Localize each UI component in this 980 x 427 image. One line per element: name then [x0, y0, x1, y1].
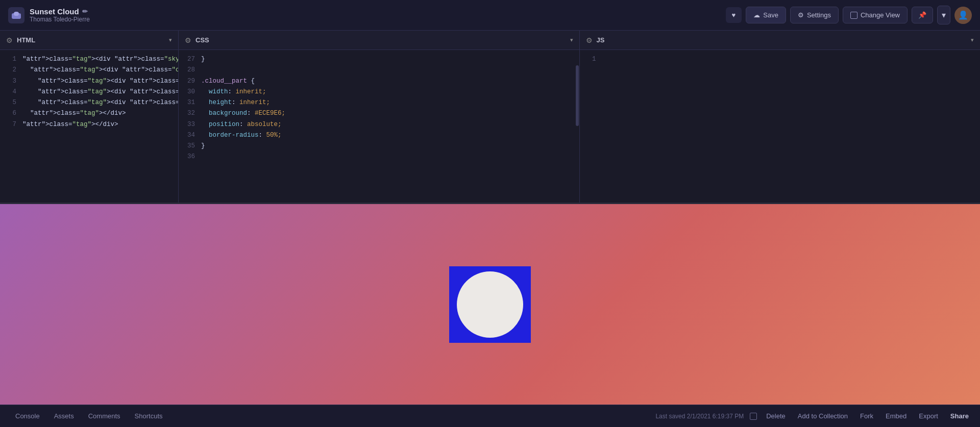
css-gear-icon[interactable]: ⚙	[185, 36, 191, 44]
edit-icon[interactable]: ✏	[82, 8, 88, 15]
css-header: ⚙ CSS ▾	[179, 31, 579, 50]
brand-name: Sunset Cloud ✏	[30, 7, 90, 16]
bottom-right: Last saved 2/1/2021 6:19:37 PM Delete Ad…	[655, 410, 972, 422]
js-panel: ⚙ JS ▾ 1	[580, 31, 981, 203]
pin-icon: 📌	[918, 11, 926, 19]
css-scrollbar[interactable]	[575, 50, 579, 203]
js-dropdown[interactable]: ▾	[971, 37, 974, 43]
bottom-tab-assets[interactable]: Assets	[47, 409, 81, 423]
preview-box	[449, 266, 531, 343]
export-button[interactable]: Export	[916, 410, 941, 422]
html-line: 3 "attr">class="tag"><div "attr">class="…	[0, 76, 178, 87]
html-line: 2 "attr">class="tag"><div "attr">class="…	[0, 65, 178, 76]
css-line: 36	[179, 152, 579, 162]
change-view-button[interactable]: Change View	[843, 7, 908, 23]
html-title: HTML	[17, 36, 169, 44]
pin-button[interactable]: 📌	[912, 7, 933, 23]
css-line: 35}	[179, 141, 579, 152]
html-line: 5 "attr">class="tag"><div "attr">class="…	[0, 97, 178, 108]
dropdown-button[interactable]: ▾	[937, 6, 950, 24]
js-title: JS	[597, 36, 971, 44]
css-line: 30 width: inherit;	[179, 87, 579, 97]
editors: ⚙ HTML ▾ 1"attr">class="tag"><div "attr"…	[0, 31, 980, 204]
html-header: ⚙ HTML ▾	[0, 31, 178, 50]
css-line: 29.cloud__part {	[179, 76, 579, 87]
bottom-tabs: ConsoleAssetsCommentsShortcuts	[8, 409, 170, 423]
html-panel: ⚙ HTML ▾ 1"attr">class="tag"><div "attr"…	[0, 31, 179, 203]
layout-icon	[850, 12, 857, 19]
js-header: ⚙ JS ▾	[580, 31, 981, 50]
css-panel: ⚙ CSS ▾ 27}28 29.cloud__part {30 width: …	[179, 31, 580, 203]
last-saved: Last saved 2/1/2021 6:19:37 PM	[655, 413, 744, 420]
css-editor-body[interactable]: 27}28 29.cloud__part {30 width: inherit;…	[179, 50, 579, 203]
bottom-tab-comments[interactable]: Comments	[81, 409, 128, 423]
heart-button[interactable]: ♥	[726, 7, 742, 23]
bottom-tab-shortcuts[interactable]: Shortcuts	[128, 409, 170, 423]
css-line: 33 position: absolute;	[179, 119, 579, 130]
js-gear-icon[interactable]: ⚙	[586, 36, 593, 44]
css-line: 28	[179, 65, 579, 76]
html-line: 7"attr">class="tag"></div>	[0, 119, 178, 130]
html-editor-body[interactable]: 1"attr">class="tag"><div "attr">class="s…	[0, 50, 178, 203]
brand-user: Thomas Toledo-Pierre	[30, 16, 90, 23]
brand-logo	[8, 7, 24, 23]
svg-rect-1	[14, 12, 19, 16]
add-to-collection-button[interactable]: Add to Collection	[795, 410, 851, 422]
js-editor-body[interactable]: 1	[580, 50, 981, 203]
cloud-icon: ☁	[753, 11, 760, 19]
heart-icon: ♥	[732, 11, 736, 19]
css-dropdown[interactable]: ▾	[570, 37, 573, 43]
expand-icon[interactable]	[750, 413, 757, 420]
preview-area	[0, 204, 980, 405]
topbar: Sunset Cloud ✏ Thomas Toledo-Pierre ♥ ☁ …	[0, 0, 980, 31]
bottom-tab-console[interactable]: Console	[8, 409, 47, 423]
fork-button[interactable]: Fork	[857, 410, 876, 422]
topbar-actions: ♥ ☁ Save ⚙ Settings Change View 📌 ▾ 👤	[726, 6, 972, 24]
save-button[interactable]: ☁ Save	[746, 7, 786, 23]
brand: Sunset Cloud ✏ Thomas Toledo-Pierre	[8, 7, 90, 23]
css-line: 32 background: #ECE9E6;	[179, 108, 579, 119]
settings-button[interactable]: ⚙ Settings	[790, 7, 839, 23]
delete-button[interactable]: Delete	[763, 410, 789, 422]
avatar: 👤	[954, 7, 972, 24]
gear-icon-settings: ⚙	[798, 11, 804, 19]
brand-text: Sunset Cloud ✏ Thomas Toledo-Pierre	[30, 7, 90, 23]
css-line: 27}	[179, 54, 579, 65]
embed-button[interactable]: Embed	[883, 410, 910, 422]
preview-circle	[457, 271, 523, 338]
html-dropdown[interactable]: ▾	[169, 37, 172, 43]
html-line: 1"attr">class="tag"><div "attr">class="s…	[0, 54, 178, 65]
share-button[interactable]: Share	[947, 410, 972, 422]
html-gear-icon[interactable]: ⚙	[6, 36, 13, 44]
bottombar: ConsoleAssetsCommentsShortcuts Last save…	[0, 405, 980, 427]
css-line: 31 height: inherit;	[179, 97, 579, 108]
html-line: 4 "attr">class="tag"><div "attr">class="…	[0, 87, 178, 97]
css-line: 34 border-radius: 50%;	[179, 130, 579, 141]
css-title: CSS	[195, 36, 570, 44]
html-line: 6 "attr">class="tag"></div>	[0, 108, 178, 119]
